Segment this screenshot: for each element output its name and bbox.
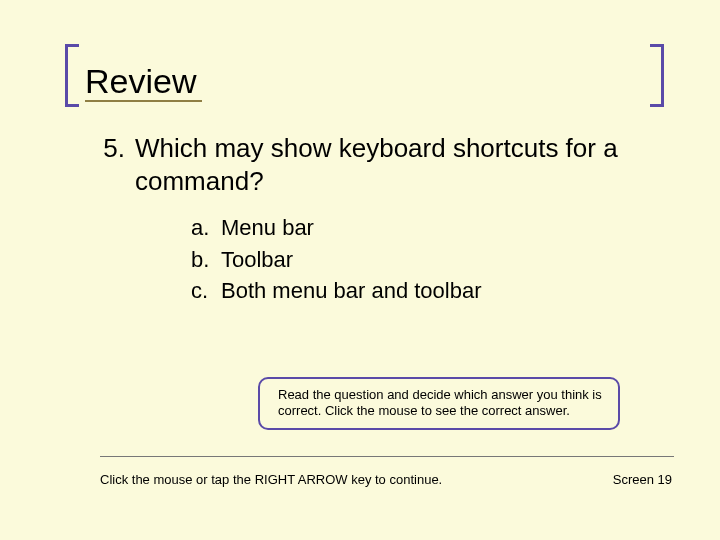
option-b: b. Toolbar — [191, 245, 630, 275]
question-text: Which may show keyboard shortcuts for a … — [135, 132, 630, 197]
slide[interactable]: Review 5. Which may show keyboard shortc… — [0, 0, 720, 540]
bracket-right-icon — [650, 44, 664, 107]
question-number: 5. — [95, 132, 135, 197]
footer-instruction: Click the mouse or tap the RIGHT ARROW k… — [100, 472, 442, 487]
option-letter: b. — [191, 245, 221, 275]
screen-number: Screen 19 — [613, 472, 672, 487]
question-row: 5. Which may show keyboard shortcuts for… — [95, 132, 630, 197]
option-c: c. Both menu bar and toolbar — [191, 276, 630, 306]
option-text: Menu bar — [221, 213, 314, 243]
slide-title: Review — [85, 64, 202, 102]
option-letter: a. — [191, 213, 221, 243]
question-block: 5. Which may show keyboard shortcuts for… — [95, 132, 630, 308]
footer-divider — [100, 456, 674, 457]
hint-box: Read the question and decide which answe… — [258, 377, 620, 430]
option-letter: c. — [191, 276, 221, 306]
bracket-left-icon — [65, 44, 79, 107]
title-bar: Review — [65, 48, 664, 103]
option-text: Both menu bar and toolbar — [221, 276, 482, 306]
option-text: Toolbar — [221, 245, 293, 275]
option-a: a. Menu bar — [191, 213, 630, 243]
options-list: a. Menu bar b. Toolbar c. Both menu bar … — [191, 213, 630, 306]
